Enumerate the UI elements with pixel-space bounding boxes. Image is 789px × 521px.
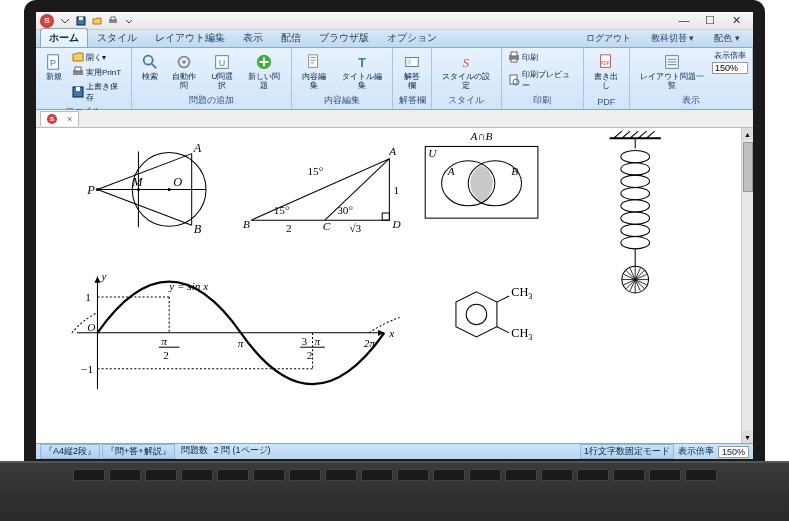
status-page-format: 『A4縦2段』: [40, 444, 100, 459]
svg-line-45: [325, 159, 390, 220]
group-pdf-label: PDF: [588, 96, 625, 107]
svg-text:3: 3: [302, 335, 308, 347]
svg-text:C: C: [323, 220, 331, 232]
status-bar: 『A4縦2段』 『問+答+解説』 問題数 2 問 (1ページ) 1行文字数固定モ…: [36, 443, 753, 459]
svg-text:2: 2: [307, 349, 313, 361]
svg-point-78: [621, 237, 650, 249]
scroll-up-icon[interactable]: ▲: [742, 128, 753, 140]
svg-text:S: S: [463, 56, 470, 70]
tab-style[interactable]: スタイル: [88, 28, 146, 47]
status-zoom-value[interactable]: 150%: [718, 446, 749, 458]
new-doc-icon: P: [44, 52, 64, 72]
logout-link[interactable]: ログアウト: [577, 29, 640, 47]
list-icon: [662, 52, 682, 72]
export-pdf[interactable]: PDF書き出し: [588, 50, 625, 93]
tab-options[interactable]: オプション: [378, 28, 446, 47]
subject-switch[interactable]: 教科切替 ▾: [642, 29, 704, 47]
svg-text:−1: −1: [81, 363, 93, 375]
select-problem[interactable]: UU問選択: [205, 50, 240, 93]
print-util[interactable]: 実用PrinT: [70, 65, 127, 79]
svg-point-105: [466, 304, 486, 324]
qat-dropdown-icon[interactable]: [58, 14, 72, 28]
svg-text:1: 1: [85, 291, 91, 303]
overwrite-save[interactable]: 上書き保存: [70, 80, 127, 104]
doc-tab-icon: S: [47, 114, 57, 124]
scroll-thumb[interactable]: [743, 142, 753, 192]
svg-text:π: π: [315, 335, 321, 347]
auto-create[interactable]: 自動作問: [166, 50, 203, 93]
svg-rect-23: [511, 52, 517, 56]
layout-list[interactable]: レイアウト問題一覧: [634, 50, 710, 93]
svg-text:CH3: CH3: [511, 326, 532, 342]
gear-icon: [174, 52, 194, 72]
close-button[interactable]: ✕: [729, 14, 743, 27]
svg-line-106: [497, 296, 509, 302]
status-mode: 1行文字数固定モード: [580, 444, 674, 459]
open-icon[interactable]: [90, 14, 104, 28]
svg-line-69: [646, 131, 654, 138]
save-icon[interactable]: [74, 14, 88, 28]
color-scheme[interactable]: 配色 ▾: [705, 29, 749, 47]
tab-layout[interactable]: レイアウト編集: [146, 28, 234, 47]
print-preview[interactable]: 印刷プレビュー: [506, 68, 579, 92]
svg-point-75: [621, 200, 650, 212]
tab-view[interactable]: 表示: [234, 28, 272, 47]
tab-home[interactable]: ホーム: [40, 28, 88, 47]
quick-access-toolbar: [58, 14, 136, 28]
pdf-icon: PDF: [596, 52, 616, 72]
zoom-label: 表示倍率: [714, 50, 746, 61]
svg-text:A∩B: A∩B: [470, 130, 493, 142]
svg-line-11: [151, 64, 156, 69]
status-content-format: 『問+答+解説』: [102, 444, 175, 459]
style-s-icon: S: [456, 52, 476, 72]
edit-title[interactable]: Tタイトル編集: [335, 50, 388, 93]
svg-rect-7: [75, 67, 81, 71]
svg-text:B: B: [511, 165, 518, 177]
svg-line-67: [630, 131, 638, 138]
edit-content[interactable]: 内容編集: [296, 50, 333, 93]
svg-rect-46: [382, 213, 389, 220]
svg-marker-104: [456, 292, 497, 337]
svg-text:y: y: [101, 270, 107, 282]
print-icon[interactable]: [106, 14, 120, 28]
status-count-label: 問題数: [181, 444, 208, 459]
group-contentedit-label: 内容編集: [296, 93, 388, 107]
new-problem[interactable]: 新しい問題: [242, 50, 287, 93]
tab-browser[interactable]: ブラウザ版: [310, 28, 378, 47]
svg-text:A: A: [447, 165, 455, 177]
vertical-scrollbar[interactable]: ▲ ▼: [741, 128, 753, 443]
svg-text:1: 1: [393, 184, 399, 196]
laptop-keyboard: [0, 461, 789, 521]
qat-more-icon[interactable]: [122, 14, 136, 28]
scroll-down-icon[interactable]: ▼: [742, 431, 753, 443]
style-settings[interactable]: Sスタイルの設定: [436, 50, 497, 93]
answer-icon: [402, 52, 422, 72]
group-answer-label: 解答欄: [397, 93, 427, 107]
svg-text:O: O: [173, 175, 182, 189]
group-view-label: 表示: [634, 93, 748, 107]
print-button[interactable]: 印刷: [506, 50, 579, 64]
answer-field[interactable]: 解答欄: [397, 50, 427, 93]
svg-text:PDF: PDF: [601, 61, 610, 66]
search-button[interactable]: 検索: [136, 50, 164, 84]
document-canvas[interactable]: P M O A B A B C D 15° 15° 30° 2 √3 1 A∩B…: [36, 128, 753, 443]
zoom-value[interactable]: 150%: [712, 62, 748, 74]
svg-point-76: [621, 212, 650, 224]
open-menu[interactable]: 開く▾: [70, 50, 127, 64]
minimize-button[interactable]: —: [677, 14, 691, 27]
svg-rect-3: [111, 17, 115, 20]
new-button[interactable]: P 新規: [40, 50, 68, 84]
preview-icon: [508, 74, 520, 86]
svg-text:B: B: [243, 218, 250, 230]
svg-point-13: [182, 60, 186, 64]
tab-distribute[interactable]: 配信: [272, 28, 310, 47]
doc-tab-1[interactable]: S ×: [40, 111, 79, 126]
svg-text:A: A: [193, 141, 202, 155]
svg-point-77: [621, 224, 650, 236]
maximize-button[interactable]: ☐: [703, 14, 717, 27]
document-tabs: S ×: [36, 110, 753, 128]
new-label: 新規: [46, 73, 62, 82]
ribbon-tabs: ホーム スタイル レイアウト編集 表示 配信 ブラウザ版 オプション ログアウト…: [36, 30, 753, 48]
plus-round-icon: [254, 52, 274, 72]
doc-tab-close[interactable]: ×: [67, 114, 72, 124]
